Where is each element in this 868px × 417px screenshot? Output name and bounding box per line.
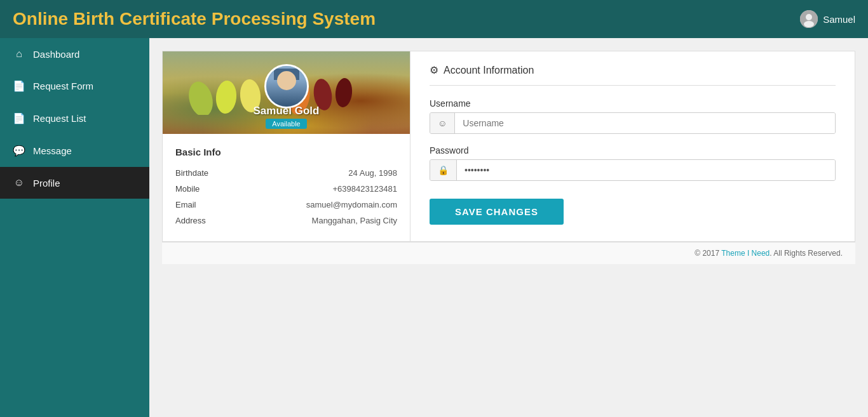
file-alt-icon: 📄 (13, 112, 25, 124)
app-header: Online Birth Certificate Processing Syst… (0, 0, 868, 38)
sidebar-item-message[interactable]: 💬 Message (0, 135, 149, 167)
sidebar: ⌂ Dashboard 📄 Request Form 📄 Request Lis… (0, 38, 149, 417)
email-label: Email (175, 200, 196, 209)
mobile-label: Mobile (175, 184, 200, 194)
username-addon-icon: ☺ (430, 113, 455, 133)
sidebar-item-request-form[interactable]: 📄 Request Form (0, 70, 149, 102)
svg-point-1 (806, 14, 812, 20)
sidebar-item-profile[interactable]: ☺ Profile (0, 167, 149, 199)
password-input[interactable] (457, 160, 835, 180)
header-user: Samuel (800, 10, 855, 28)
avatar-image (266, 66, 307, 107)
birthdate-value: 24 Aug, 1998 (348, 168, 397, 178)
sidebar-item-request-list[interactable]: 📄 Request List (0, 102, 149, 135)
account-info-title: Account Information (444, 65, 534, 76)
profile-row-email: Email samuel@mydomain.com (175, 197, 397, 213)
password-input-group: 🔒 (430, 159, 836, 181)
svg-point-8 (334, 77, 353, 108)
header-username: Samuel (823, 14, 855, 25)
comment-icon: 💬 (13, 145, 25, 157)
file-icon: 📄 (13, 80, 25, 92)
mobile-value: +6398423123481 (332, 184, 397, 194)
address-label: Address (175, 216, 206, 225)
profile-name-area: Samuel Gold Available (163, 105, 410, 134)
sidebar-label-request-form: Request Form (33, 81, 93, 91)
profile-cover: Samuel Gold Available (163, 51, 410, 134)
account-info-icon: ⚙ (430, 64, 438, 76)
main-content: Samuel Gold Available Basic Info Birthda… (149, 38, 868, 417)
username-group: Username ☺ (430, 98, 836, 134)
footer-text: © 2017 (695, 249, 721, 258)
profile-row-birthdate: Birthdate 24 Aug, 1998 (175, 165, 397, 181)
content-area: Samuel Gold Available Basic Info Birthda… (162, 51, 855, 242)
basic-info-title: Basic Info (175, 147, 397, 157)
sidebar-label-message: Message (33, 145, 72, 156)
profile-avatar (264, 64, 309, 109)
sidebar-label-request-list: Request List (33, 113, 86, 124)
user-icon: ☺ (13, 177, 25, 189)
app-title: Online Birth Certificate Processing Syst… (13, 9, 376, 29)
profile-row-mobile: Mobile +6398423123481 (175, 181, 397, 197)
sidebar-item-dashboard[interactable]: ⌂ Dashboard (0, 38, 149, 70)
sidebar-label-dashboard: Dashboard (33, 49, 79, 60)
home-icon: ⌂ (13, 48, 25, 60)
sidebar-label-profile: Profile (33, 178, 60, 189)
account-panel: ⚙ Account Information Username ☺ Passwor… (410, 51, 855, 241)
password-label: Password (430, 145, 836, 156)
footer-rights: . All Rights Reserved. (770, 249, 843, 258)
user-avatar-icon (800, 10, 818, 28)
username-input-group: ☺ (430, 112, 836, 134)
username-input[interactable] (455, 113, 835, 133)
email-value: samuel@mydomain.com (306, 200, 397, 209)
birthdate-label: Birthdate (175, 168, 208, 178)
profile-status-badge: Available (266, 119, 306, 129)
save-changes-button[interactable]: SAVE CHANGES (430, 199, 564, 225)
profile-row-address: Address Manggahan, Pasig City (175, 213, 397, 228)
profile-full-name: Samuel Gold (163, 105, 410, 117)
footer-link[interactable]: Theme I Need (721, 249, 770, 258)
profile-panel: Samuel Gold Available Basic Info Birthda… (163, 51, 410, 241)
username-label: Username (430, 98, 836, 109)
page-footer: © 2017 Theme I Need. All Rights Reserved… (162, 242, 855, 264)
password-group: Password 🔒 (430, 145, 836, 181)
address-value: Manggahan, Pasig City (312, 216, 397, 225)
profile-basic-info: Basic Info Birthdate 24 Aug, 1998 Mobile… (163, 134, 410, 241)
account-info-header: ⚙ Account Information (430, 64, 836, 86)
svg-point-2 (804, 21, 814, 27)
lock-icon: 🔒 (430, 160, 457, 180)
